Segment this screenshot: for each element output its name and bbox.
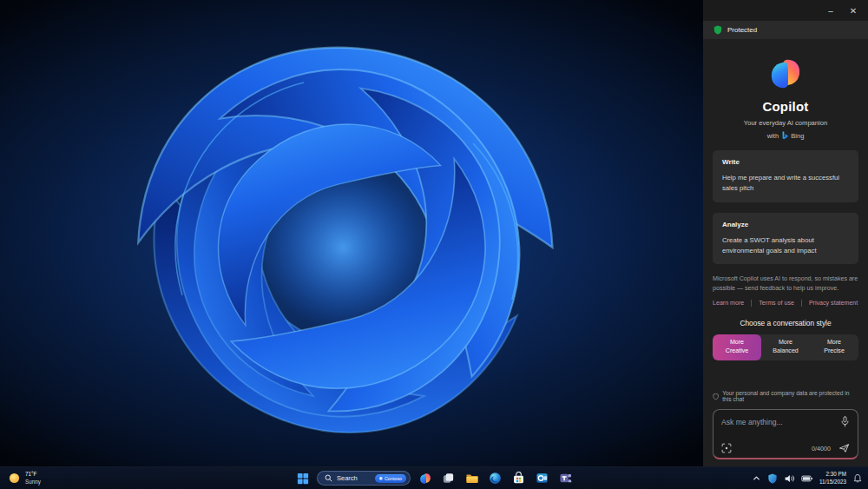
- conversation-style-heading: Choose a conversation style: [713, 319, 858, 327]
- copilot-hero: Copilot Your everyday AI companion with …: [713, 39, 858, 140]
- minimize-button[interactable]: –: [821, 3, 840, 18]
- desktop-screen: – ✕ Protected: [0, 0, 868, 489]
- card-category: Write: [722, 158, 849, 166]
- style-more-precise[interactable]: More Precise: [810, 334, 858, 360]
- conversation-style-selector: More Creative More Balanced More Precise: [713, 334, 858, 360]
- protected-status-bar: Protected: [703, 21, 868, 39]
- bing-label: Bing: [791, 132, 804, 140]
- outlook-icon: [536, 472, 549, 485]
- volume-icon[interactable]: [784, 473, 795, 484]
- card-text: Create a SWOT analysis about environment…: [722, 235, 849, 257]
- copilot-icon: [418, 472, 432, 486]
- screenshot-icon[interactable]: [721, 443, 732, 453]
- bing-attribution: with Bing: [767, 131, 805, 140]
- search-label: Search: [337, 474, 371, 482]
- search-icon: [325, 474, 332, 482]
- contoso-logo-icon: [379, 477, 383, 480]
- task-view-icon: [442, 472, 455, 485]
- taskbar-search-box[interactable]: Search Contoso: [317, 471, 411, 486]
- style-more-balanced[interactable]: More Balanced: [761, 334, 810, 360]
- copilot-panel-header: – ✕: [703, 0, 868, 21]
- learn-more-link[interactable]: Learn more: [713, 300, 744, 307]
- legal-links: Learn more Terms of use Privacy statemen…: [713, 300, 858, 307]
- link-divider: [801, 300, 802, 307]
- card-text: Help me prepare and write a successful s…: [722, 173, 849, 195]
- taskbar-teams-button[interactable]: [556, 469, 575, 487]
- ai-disclaimer: Microsoft Copilot uses AI to respond, so…: [713, 274, 858, 294]
- privacy-shield-icon: [713, 393, 719, 400]
- style-more-creative[interactable]: More Creative: [713, 334, 761, 360]
- battery-icon[interactable]: [801, 473, 813, 484]
- char-counter: 0/4000: [812, 445, 831, 453]
- terms-of-use-link[interactable]: Terms of use: [759, 300, 794, 307]
- start-button[interactable]: [293, 469, 312, 487]
- notification-bell-icon[interactable]: [852, 473, 863, 484]
- taskbar-file-explorer-button[interactable]: [463, 469, 481, 487]
- clock-time: 2:30 PM: [819, 471, 846, 479]
- hidden-icons-chevron[interactable]: [752, 473, 761, 483]
- edge-icon: [489, 472, 502, 485]
- with-label: with: [767, 132, 779, 140]
- copilot-title: Copilot: [762, 99, 808, 114]
- protected-label: Protected: [727, 26, 757, 34]
- copilot-logo: [766, 55, 805, 93]
- protected-shield-icon: [713, 25, 722, 35]
- microsoft-store-icon: [512, 472, 525, 485]
- teams-icon: [559, 472, 572, 485]
- windows-start-icon: [297, 472, 309, 485]
- security-shield-icon[interactable]: [767, 473, 778, 484]
- search-highlight-badge[interactable]: Contoso: [375, 474, 406, 483]
- link-divider: [751, 300, 752, 307]
- chat-composer: 0/4000: [713, 409, 858, 459]
- send-icon[interactable]: [838, 443, 850, 453]
- copilot-panel: – ✕ Protected: [703, 0, 868, 466]
- taskbar-store-button[interactable]: [510, 469, 528, 487]
- close-button[interactable]: ✕: [844, 3, 863, 18]
- suggestion-card-write[interactable]: Write Help me prepare and write a succes…: [713, 150, 858, 202]
- mic-icon[interactable]: [840, 416, 850, 427]
- copilot-subtitle: Your everyday AI companion: [744, 119, 827, 127]
- taskbar-outlook-button[interactable]: [533, 469, 551, 487]
- privacy-statement-link[interactable]: Privacy statement: [809, 300, 858, 307]
- data-protection-note: Your personal and company data are prote…: [713, 390, 858, 402]
- suggestion-card-analyze[interactable]: Analyze Create a SWOT analysis about env…: [713, 213, 858, 265]
- card-category: Analyze: [722, 221, 849, 228]
- taskbar-edge-button[interactable]: [486, 469, 504, 487]
- clock-date: 11/15/2023: [819, 479, 846, 486]
- taskbar-clock[interactable]: 2:30 PM 11/15/2023: [819, 471, 846, 486]
- taskbar: 71°F Sunny S: [0, 466, 868, 489]
- taskbar-task-view-button[interactable]: [439, 469, 457, 487]
- file-explorer-icon: [465, 472, 479, 486]
- taskbar-copilot-button[interactable]: [416, 469, 434, 487]
- bing-icon: [781, 131, 788, 140]
- chat-input[interactable]: [721, 418, 840, 426]
